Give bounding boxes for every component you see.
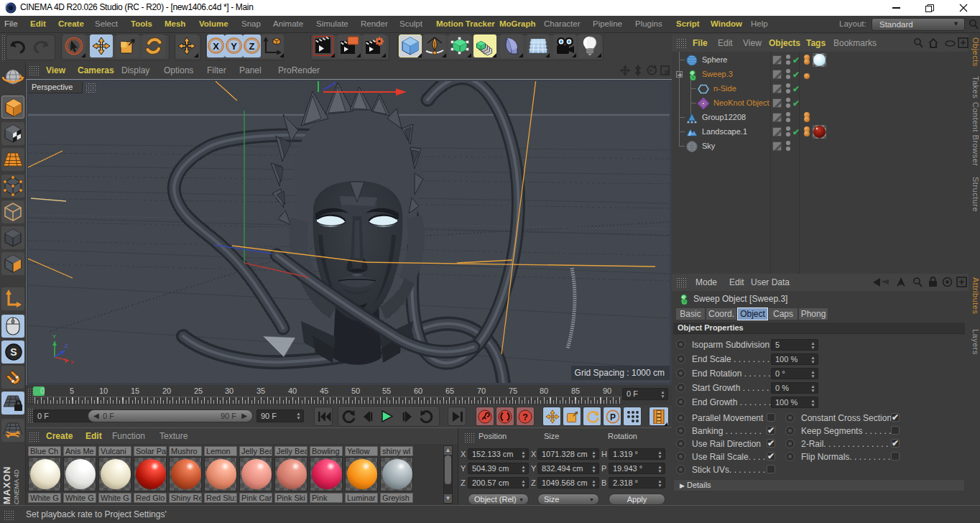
svg-text:40: 40 [288,387,297,395]
svg-text:45: 45 [320,387,328,395]
svg-text:85: 85 [571,387,580,395]
svg-text:15: 15 [131,387,139,395]
svg-text:55: 55 [382,387,391,395]
svg-text:Y: Y [52,333,57,340]
svg-text:P: P [610,412,616,422]
svg-text:Y: Y [231,41,237,52]
svg-text:80: 80 [540,387,548,395]
svg-text:25: 25 [194,387,203,395]
svg-text:Z: Z [65,343,68,349]
svg-text:?: ? [522,412,528,422]
svg-text:20: 20 [162,387,171,395]
svg-text:60: 60 [414,387,422,395]
svg-text:Z: Z [249,41,255,52]
svg-text:X: X [213,41,219,52]
svg-text:0: 0 [40,387,45,395]
svg-text:70: 70 [477,387,486,395]
svg-text:S: S [10,346,17,358]
svg-text:X: X [70,359,75,366]
svg-text:10: 10 [99,387,108,395]
svg-text:50: 50 [351,387,360,395]
svg-text:30: 30 [225,387,234,395]
svg-text:5: 5 [70,387,74,395]
svg-text:90: 90 [603,387,611,395]
svg-text:Grid Spacing : 1000 cm: Grid Spacing : 1000 cm [575,368,665,378]
svg-text:65: 65 [445,387,454,395]
svg-text:35: 35 [256,387,265,395]
svg-text:75: 75 [509,387,517,395]
